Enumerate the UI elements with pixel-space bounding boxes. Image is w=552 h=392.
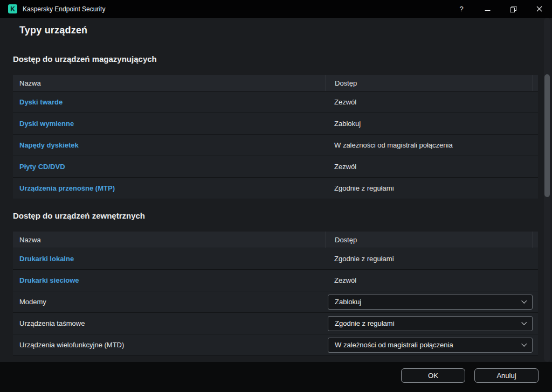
- access-cell: Zablokuj: [326, 291, 538, 312]
- access-value: Zezwól: [334, 276, 356, 284]
- access-cell: Zezwól: [326, 92, 538, 113]
- table-row: Dyski wymienneZablokuj: [13, 113, 538, 135]
- page-title: Typy urządzeń: [19, 25, 87, 36]
- access-dropdown[interactable]: Zgodnie z regułami: [328, 316, 533, 331]
- storage-devices-table: Nazwa Dostęp Dyski twardeZezwólDyski wym…: [13, 75, 538, 199]
- table-header-row: Nazwa Dostęp: [13, 75, 538, 92]
- cancel-button[interactable]: Anuluj: [474, 368, 539, 383]
- title-bar[interactable]: K Kaspersky Endpoint Security ?: [0, 0, 552, 18]
- table-row: ModemyZablokuj: [13, 291, 538, 313]
- column-header-access: Dostęp: [326, 75, 533, 91]
- device-name-cell: Modemy: [13, 291, 326, 312]
- device-link[interactable]: Drukarki lokalne: [19, 255, 74, 263]
- table-row: Drukarki siecioweZezwól: [13, 270, 538, 291]
- external-devices-table: Nazwa Dostęp Drukarki lokalneZgodnie z r…: [13, 232, 538, 356]
- device-name-cell: Urządzenia wielofunkcyjne (MTD): [13, 334, 326, 355]
- column-header-name: Nazwa: [13, 232, 326, 248]
- device-name-cell: Dyski wymienne: [13, 113, 326, 134]
- table-row: Dyski twardeZezwól: [13, 92, 538, 113]
- restore-icon: [510, 6, 516, 12]
- table-body: Dyski twardeZezwólDyski wymienneZablokuj…: [13, 92, 538, 199]
- window-title: Kaspersky Endpoint Security: [23, 5, 105, 13]
- device-link[interactable]: Urządzenia przenośne (MTP): [19, 184, 115, 192]
- table-row: Drukarki lokalneZgodnie z regułami: [13, 248, 538, 270]
- device-name-cell: Urządzenia przenośne (MTP): [13, 178, 326, 199]
- access-cell: W zależności od magistrali połączenia: [326, 135, 538, 156]
- ok-button[interactable]: OK: [401, 368, 465, 383]
- access-cell: Zgodnie z regułami: [326, 248, 538, 269]
- access-cell: W zależności od magistrali połączenia: [326, 334, 538, 355]
- device-label: Urządzenia wielofunkcyjne (MTD): [19, 341, 124, 349]
- dropdown-selected-value: W zależności od magistrali połączenia: [335, 341, 453, 349]
- vertical-scrollbar[interactable]: [544, 18, 550, 362]
- help-button[interactable]: ?: [448, 0, 474, 18]
- device-label: Modemy: [19, 298, 46, 306]
- device-link[interactable]: Dyski twarde: [19, 98, 63, 106]
- chevron-down-icon: [521, 319, 527, 325]
- chevron-down-icon: [521, 298, 527, 303]
- access-cell: Zezwól: [326, 270, 538, 291]
- access-cell: Zgodnie z regułami: [326, 313, 538, 334]
- dropdown-selected-value: Zgodnie z regułami: [335, 319, 395, 327]
- footer-bar: OK Anuluj: [0, 362, 552, 392]
- column-header-filler: [533, 232, 538, 248]
- minimize-icon: [485, 6, 491, 12]
- table-row: Urządzenia wielofunkcyjne (MTD)W zależno…: [13, 334, 538, 356]
- minimize-button[interactable]: [474, 0, 500, 18]
- table-row: Płyty CD/DVDZezwól: [13, 156, 538, 178]
- close-icon: [536, 6, 542, 12]
- device-name-cell: Napędy dyskietek: [13, 135, 326, 156]
- access-value: Zablokuj: [334, 120, 361, 128]
- access-dropdown[interactable]: Zablokuj: [328, 295, 533, 310]
- device-link[interactable]: Dyski wymienne: [19, 120, 74, 128]
- section-heading-external: Dostęp do urządzeń zewnętrznych: [13, 211, 145, 220]
- table-body: Drukarki lokalneZgodnie z regułamiDrukar…: [13, 248, 538, 356]
- access-value: W zależności od magistrali połączenia: [334, 141, 453, 149]
- column-header-filler: [533, 75, 538, 91]
- device-name-cell: Urządzenia taśmowe: [13, 313, 326, 334]
- dropdown-selected-value: Zablokuj: [335, 298, 361, 306]
- access-cell: Zezwól: [326, 156, 538, 177]
- device-link[interactable]: Płyty CD/DVD: [19, 163, 65, 171]
- chevron-down-icon: [521, 341, 527, 346]
- table-header-row: Nazwa Dostęp: [13, 232, 538, 248]
- device-link[interactable]: Napędy dyskietek: [19, 141, 79, 149]
- access-dropdown[interactable]: W zależności od magistrali połączenia: [328, 338, 533, 353]
- table-row: Urządzenia taśmoweZgodnie z regułami: [13, 313, 538, 334]
- access-value: Zgodnie z regułami: [334, 184, 394, 192]
- access-value: Zgodnie z regułami: [334, 255, 394, 263]
- column-header-name: Nazwa: [13, 75, 326, 91]
- kaspersky-logo-icon: K: [8, 4, 17, 13]
- table-row: Napędy dyskietekW zależności od magistra…: [13, 135, 538, 156]
- maximize-button[interactable]: [500, 0, 526, 18]
- device-link[interactable]: Drukarki sieciowe: [19, 276, 79, 284]
- device-name-cell: Drukarki sieciowe: [13, 270, 326, 291]
- device-name-cell: Płyty CD/DVD: [13, 156, 326, 177]
- access-cell: Zgodnie z regułami: [326, 178, 538, 199]
- device-name-cell: Drukarki lokalne: [13, 248, 326, 269]
- device-label: Urządzenia taśmowe: [19, 319, 85, 327]
- section-heading-storage: Dostęp do urządzeń magazynujących: [13, 54, 157, 64]
- access-cell: Zablokuj: [326, 113, 538, 134]
- access-value: Zezwól: [334, 98, 356, 106]
- access-value: Zezwól: [334, 163, 356, 171]
- device-name-cell: Dyski twarde: [13, 92, 326, 113]
- column-header-access: Dostęp: [326, 232, 533, 248]
- table-row: Urządzenia przenośne (MTP)Zgodnie z regu…: [13, 178, 538, 199]
- close-button[interactable]: [526, 0, 552, 18]
- scrollbar-thumb[interactable]: [544, 74, 550, 197]
